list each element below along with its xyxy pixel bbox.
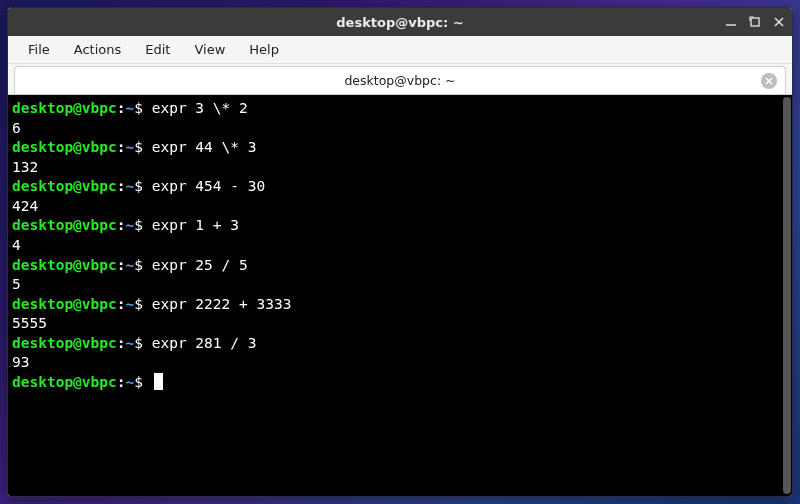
menubar: File Actions Edit View Help <box>8 36 792 64</box>
tab-active[interactable]: desktop@vbpc: ~ <box>14 66 786 94</box>
maximize-icon <box>749 16 761 28</box>
prompt-dollar: $ <box>134 100 143 116</box>
prompt-user-host: desktop@vbpc <box>12 139 117 155</box>
prompt-user-host: desktop@vbpc <box>12 100 117 116</box>
prompt-dollar: $ <box>134 139 143 155</box>
svg-rect-1 <box>751 18 759 26</box>
output-text: 4 <box>12 236 778 256</box>
prompt-colon: : <box>117 374 126 390</box>
menu-actions[interactable]: Actions <box>64 38 132 61</box>
prompt-path: ~ <box>126 296 135 312</box>
prompt-colon: : <box>117 217 126 233</box>
menu-file[interactable]: File <box>18 38 60 61</box>
prompt-user-host: desktop@vbpc <box>12 178 117 194</box>
prompt-dollar: $ <box>134 178 143 194</box>
output-text: 5 <box>12 275 778 295</box>
prompt-colon: : <box>117 100 126 116</box>
maximize-button[interactable] <box>748 15 762 29</box>
terminal-area[interactable]: desktop@vbpc:~$ expr 3 \* 26desktop@vbpc… <box>8 94 792 496</box>
command-text: expr 454 - 30 <box>143 178 265 194</box>
prompt-user-host: desktop@vbpc <box>12 335 117 351</box>
output-text: 132 <box>12 158 778 178</box>
prompt-colon: : <box>117 296 126 312</box>
terminal-line: desktop@vbpc:~$ expr 3 \* 2 <box>12 99 778 119</box>
output-text: 93 <box>12 353 778 373</box>
close-button[interactable] <box>772 15 786 29</box>
command-text: expr 2222 + 3333 <box>143 296 291 312</box>
prompt-path: ~ <box>126 178 135 194</box>
prompt-colon: : <box>117 335 126 351</box>
terminal-line: desktop@vbpc:~$ expr 44 \* 3 <box>12 138 778 158</box>
prompt-path: ~ <box>126 100 135 116</box>
output-text: 5555 <box>12 314 778 334</box>
prompt-path: ~ <box>126 217 135 233</box>
terminal-line: desktop@vbpc:~$ expr 1 + 3 <box>12 216 778 236</box>
command-text: expr 3 \* 2 <box>143 100 248 116</box>
prompt-user-host: desktop@vbpc <box>12 296 117 312</box>
prompt-dollar: $ <box>134 374 143 390</box>
menu-edit[interactable]: Edit <box>135 38 180 61</box>
terminal-output[interactable]: desktop@vbpc:~$ expr 3 \* 26desktop@vbpc… <box>8 95 782 496</box>
minimize-icon <box>725 16 737 28</box>
prompt-user-host: desktop@vbpc <box>12 257 117 273</box>
prompt-path: ~ <box>126 335 135 351</box>
prompt-path: ~ <box>126 374 135 390</box>
output-text: 424 <box>12 197 778 217</box>
close-icon <box>773 16 785 28</box>
prompt-user-host: desktop@vbpc <box>12 374 117 390</box>
prompt-dollar: $ <box>134 296 143 312</box>
scrollbar[interactable] <box>783 97 791 494</box>
prompt-dollar: $ <box>134 217 143 233</box>
tab-title: desktop@vbpc: ~ <box>344 73 455 88</box>
terminal-line: desktop@vbpc:~$ expr 25 / 5 <box>12 256 778 276</box>
command-text: expr 25 / 5 <box>143 257 248 273</box>
terminal-line: desktop@vbpc:~$ expr 281 / 3 <box>12 334 778 354</box>
close-icon <box>765 77 773 85</box>
output-text: 6 <box>12 119 778 139</box>
cursor <box>154 373 163 390</box>
tab-close-button[interactable] <box>761 73 777 89</box>
prompt-path: ~ <box>126 257 135 273</box>
window-controls <box>724 8 786 36</box>
terminal-line: desktop@vbpc:~$ expr 454 - 30 <box>12 177 778 197</box>
terminal-window: desktop@vbpc: ~ File Actions Edit View H… <box>7 7 793 497</box>
command-text: expr 44 \* 3 <box>143 139 257 155</box>
command-text: expr 1 + 3 <box>143 217 239 233</box>
prompt-user-host: desktop@vbpc <box>12 217 117 233</box>
minimize-button[interactable] <box>724 15 738 29</box>
terminal-line: desktop@vbpc:~$ <box>12 373 778 393</box>
tabbar: desktop@vbpc: ~ <box>8 64 792 94</box>
terminal-line: desktop@vbpc:~$ expr 2222 + 3333 <box>12 295 778 315</box>
window-title: desktop@vbpc: ~ <box>336 15 463 30</box>
titlebar[interactable]: desktop@vbpc: ~ <box>8 8 792 36</box>
menu-view[interactable]: View <box>184 38 235 61</box>
prompt-colon: : <box>117 257 126 273</box>
menu-help[interactable]: Help <box>239 38 289 61</box>
command-text: expr 281 / 3 <box>143 335 257 351</box>
prompt-dollar: $ <box>134 335 143 351</box>
prompt-colon: : <box>117 178 126 194</box>
prompt-colon: : <box>117 139 126 155</box>
prompt-dollar: $ <box>134 257 143 273</box>
prompt-path: ~ <box>126 139 135 155</box>
